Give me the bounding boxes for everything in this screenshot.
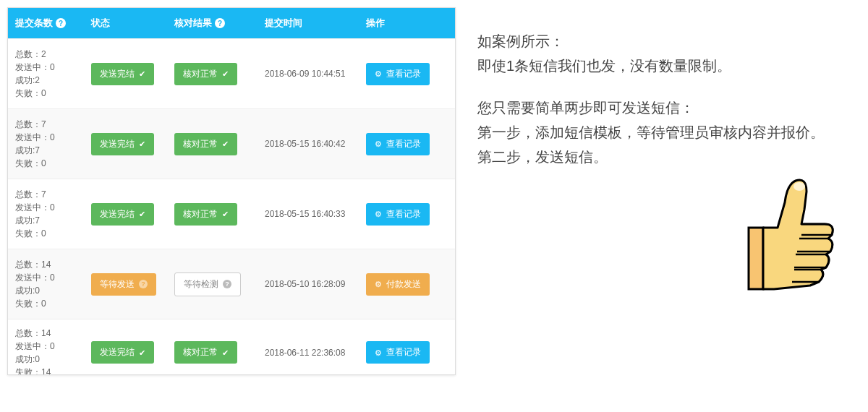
gear-icon: [375, 279, 382, 289]
instructions-line1: 如案例所示：: [477, 33, 564, 49]
help-icon: ?: [223, 280, 231, 288]
total-count: 总数：2: [15, 48, 46, 61]
sending-count: 发送中：0: [15, 201, 55, 214]
check-icon: [139, 69, 145, 79]
header-count: 提交条数 ?: [8, 8, 84, 38]
verify-cell: 核对正常: [167, 39, 258, 108]
instructions-line5: 第二步，发送短信。: [477, 149, 608, 165]
gear-icon: [375, 69, 382, 79]
gear-icon: [375, 139, 382, 149]
submit-time: 2018-05-10 16:28:09: [265, 279, 345, 289]
status-cell: 发送完结: [84, 179, 167, 249]
check-icon: [222, 69, 229, 79]
header-action: 操作: [359, 8, 453, 38]
verify-cell: 核对正常: [167, 319, 258, 374]
header-time: 提交时间: [258, 8, 359, 38]
success-count: 成功:2: [15, 74, 40, 87]
check-icon: [139, 209, 145, 219]
verify-normal-button[interactable]: 核对正常: [174, 341, 237, 364]
check-icon: [139, 348, 145, 358]
gear-icon: [375, 348, 382, 358]
wait-check-button[interactable]: 等待检测 ?: [174, 272, 241, 296]
time-cell: 2018-05-10 16:28:09: [258, 249, 359, 319]
table-row: 总数：7发送中：0成功:7失败：0发送完结 核对正常 2018-05-15 16…: [8, 179, 455, 249]
view-record-button[interactable]: 查看记录: [366, 63, 430, 85]
gear-icon: [375, 209, 382, 219]
time-cell: 2018-06-09 10:44:51: [258, 39, 359, 108]
status-cell: 发送完结: [84, 319, 167, 374]
send-done-button[interactable]: 发送完结: [91, 203, 154, 226]
failed-count: 失败：0: [15, 227, 46, 240]
verify-normal-button[interactable]: 核对正常: [174, 203, 237, 226]
help-icon[interactable]: ?: [56, 18, 66, 28]
verify-cell: 核对正常: [167, 109, 258, 179]
header-time-label: 提交时间: [265, 17, 302, 30]
sending-count: 发送中：0: [15, 61, 55, 74]
verify-cell: 核对正常: [167, 179, 258, 249]
pay-send-button[interactable]: 付款发送: [366, 273, 430, 296]
send-done-button[interactable]: 发送完结: [91, 63, 154, 85]
view-record-button[interactable]: 查看记录: [366, 203, 430, 226]
verify-normal-button[interactable]: 核对正常: [174, 133, 237, 155]
check-icon: [222, 348, 229, 358]
failed-count: 失败：0: [15, 87, 46, 100]
submit-time: 2018-06-09 10:44:51: [265, 69, 345, 79]
time-cell: 2018-05-15 16:40:42: [258, 109, 359, 179]
submit-time: 2018-06-11 22:36:08: [265, 348, 345, 358]
count-cell: 总数：7发送中：0成功:7失败：0: [8, 179, 84, 249]
header-verify-label: 核对结果: [174, 17, 212, 30]
action-cell: 查看记录: [359, 39, 453, 108]
verify-cell: 等待检测 ?: [167, 249, 258, 319]
table-header: 提交条数 ? 状态 核对结果 ? 提交时间 操作: [8, 8, 455, 38]
total-count: 总数：7: [15, 118, 46, 131]
wait-send-button[interactable]: 等待发送 ?: [91, 273, 156, 296]
status-cell: 发送完结: [84, 39, 167, 108]
view-record-button[interactable]: 查看记录: [366, 341, 430, 364]
instructions-text: 如案例所示： 即使1条短信我们也发，没有数量限制。 您只需要简单两步即可发送短信…: [477, 29, 861, 169]
table-body: 总数：2发送中：0成功:2失败：0发送完结 核对正常 2018-06-09 10…: [8, 38, 455, 374]
status-cell: 发送完结: [84, 109, 167, 179]
check-icon: [139, 139, 145, 149]
count-cell: 总数：14发送中：0成功:0失败：0: [8, 249, 84, 319]
send-done-button[interactable]: 发送完结: [91, 133, 154, 155]
success-count: 成功:7: [15, 144, 40, 157]
header-count-label: 提交条数: [15, 17, 53, 30]
table-row: 总数：14发送中：0成功:0失败：14发送完结 核对正常 2018-06-11 …: [8, 319, 455, 374]
action-cell: 付款发送: [359, 249, 453, 319]
sending-count: 发送中：0: [15, 271, 55, 284]
help-icon: ?: [139, 280, 148, 288]
check-icon: [222, 139, 229, 149]
total-count: 总数：14: [15, 258, 51, 271]
status-cell: 等待发送 ?: [84, 249, 167, 319]
success-count: 成功:0: [15, 353, 40, 366]
count-cell: 总数：7发送中：0成功:7失败：0: [8, 109, 84, 179]
header-status: 状态: [84, 8, 167, 38]
total-count: 总数：14: [15, 327, 51, 340]
send-done-button[interactable]: 发送完结: [91, 341, 154, 364]
table-row: 总数：14发送中：0成功:0失败：0等待发送 ?等待检测 ?2018-05-10…: [8, 249, 455, 319]
check-icon: [222, 209, 229, 219]
sending-count: 发送中：0: [15, 340, 55, 353]
success-count: 成功:7: [15, 214, 40, 227]
action-cell: 查看记录: [359, 179, 453, 249]
time-cell: 2018-05-15 16:40:33: [258, 179, 359, 249]
action-cell: 查看记录: [359, 319, 453, 374]
failed-count: 失败：0: [15, 157, 46, 170]
submit-time: 2018-05-15 16:40:33: [265, 209, 345, 219]
header-status-label: 状态: [91, 17, 110, 30]
header-action-label: 操作: [366, 17, 385, 30]
view-record-button[interactable]: 查看记录: [366, 133, 430, 155]
header-verify: 核对结果 ?: [167, 8, 258, 38]
count-cell: 总数：14发送中：0成功:0失败：14: [8, 319, 84, 374]
table-row: 总数：7发送中：0成功:7失败：0发送完结 核对正常 2018-05-15 16…: [8, 108, 455, 179]
help-icon[interactable]: ?: [215, 18, 225, 28]
count-cell: 总数：2发送中：0成功:2失败：0: [8, 39, 84, 108]
success-count: 成功:0: [15, 284, 40, 297]
instructions-line4: 第一步，添加短信模板，等待管理员审核内容并报价。: [477, 124, 825, 140]
failed-count: 失败：0: [15, 297, 46, 310]
svg-point-0: [793, 182, 805, 191]
verify-normal-button[interactable]: 核对正常: [174, 63, 237, 85]
table-row: 总数：2发送中：0成功:2失败：0发送完结 核对正常 2018-06-09 10…: [8, 38, 455, 108]
instructions-panel: 如案例所示： 即使1条短信我们也发，没有数量限制。 您只需要简单两步即可发送短信…: [477, 7, 861, 375]
submit-time: 2018-05-15 16:40:42: [265, 139, 345, 149]
